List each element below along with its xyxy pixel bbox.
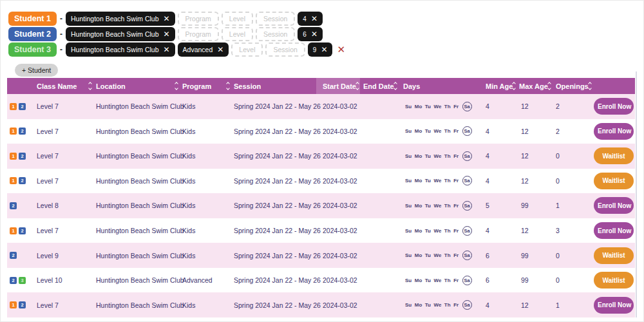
chip-close-icon[interactable]: ✕ [321, 46, 327, 53]
min-age-cell: 6 [481, 252, 515, 260]
day-label: Mo [415, 203, 422, 209]
table-row: 12Level 7Huntington Beach Swim ClubKidsS… [7, 94, 635, 119]
days-cell: SuMoTuWeThFrSa [400, 151, 481, 161]
student-badges-cell: 12 [7, 227, 37, 234]
column-header-location[interactable]: Location [96, 78, 182, 94]
start-date-cell: 2024-03-02 [316, 102, 360, 110]
days-cell: SuMoTuWeThFrSa [400, 102, 481, 111]
column-header-program[interactable]: Program [182, 78, 234, 94]
max-age-cell: 12 [515, 152, 551, 160]
enroll-now-button[interactable]: Enroll Now [594, 123, 634, 140]
start-date-cell: 2024-03-02 [316, 128, 360, 135]
sort-icon[interactable] [356, 82, 359, 90]
enroll-now-button[interactable]: Enroll Now [594, 297, 634, 314]
class-name-cell: Level 7 [37, 128, 96, 135]
session-count-chip[interactable]: 4✕ [298, 12, 323, 26]
filter-placeholder-chip[interactable]: Session [256, 27, 295, 41]
chip-label: Huntington Beach Swim Club [71, 30, 159, 38]
chip-close-icon[interactable]: ✕ [164, 15, 170, 23]
openings-cell: 1 [551, 202, 589, 209]
enroll-now-button[interactable]: Enroll Now [594, 222, 634, 239]
chip-close-icon[interactable]: ✕ [164, 46, 170, 53]
remove-student-icon[interactable]: ✕ [337, 44, 345, 55]
column-header-days: Days [400, 78, 481, 94]
vertical-scrollbar[interactable] [636, 71, 637, 317]
max-age-cell: 99 [515, 252, 551, 260]
student-label[interactable]: Student 1 [8, 12, 57, 26]
waitlist-button[interactable]: Waitlist [594, 247, 634, 264]
waitlist-button[interactable]: Waitlist [594, 173, 634, 189]
openings-cell: 2 [551, 128, 589, 135]
column-label: End Date [363, 82, 394, 90]
enroll-now-button[interactable]: Enroll Now [594, 98, 634, 115]
circled-day-badge: Sa [462, 102, 472, 111]
filter-placeholder-chip[interactable]: Program [178, 12, 219, 26]
openings-cell: 0 [551, 177, 589, 185]
filter-chip[interactable]: Huntington Beach Swim Club✕ [66, 27, 175, 41]
day-label: Fr [453, 203, 459, 209]
column-header-class_name[interactable]: Class Name [37, 78, 96, 94]
sort-icon[interactable] [89, 82, 91, 90]
location-cell: Huntington Beach Swim Club [96, 202, 182, 209]
column-header-max_age[interactable]: Max Age [515, 78, 551, 94]
min-age-cell: 4 [481, 177, 515, 185]
chip-label: Huntington Beach Swim Club [71, 15, 159, 23]
day-label: We [433, 128, 441, 134]
day-label: Th [444, 252, 451, 258]
enroll-now-button[interactable]: Enroll Now [594, 197, 634, 214]
day-label: Tu [425, 302, 431, 308]
openings-cell: 0 [551, 152, 589, 160]
program-cell: Kids [182, 202, 234, 209]
chip-close-icon[interactable]: ✕ [164, 30, 170, 38]
column-header-min_age[interactable]: Min Age [481, 78, 515, 94]
column-header-start_date[interactable]: Start Date [316, 78, 360, 94]
day-label: We [433, 302, 441, 308]
max-age-cell: 99 [515, 202, 551, 209]
student-badge: 1 [10, 227, 17, 234]
column-header-openings[interactable]: Openings [551, 78, 589, 94]
sort-icon[interactable] [394, 82, 397, 90]
day-label: Su [405, 228, 412, 234]
filter-chip[interactable]: Advanced✕ [178, 43, 229, 57]
sort-icon[interactable] [227, 82, 229, 90]
student-label[interactable]: Student 3 [8, 43, 57, 57]
filter-placeholder-chip[interactable]: Session [265, 43, 305, 57]
sort-icon[interactable] [175, 82, 178, 90]
session-cell: Spring 2024 Jan 22 - May 26 [234, 252, 316, 260]
student-label[interactable]: Student 2 [8, 27, 57, 41]
program-cell: Kids [182, 152, 234, 160]
session-count-chip[interactable]: 6✕ [298, 27, 323, 41]
filter-placeholder-chip[interactable]: Program [178, 27, 219, 41]
filter-chip[interactable]: Huntington Beach Swim Club✕ [66, 43, 175, 57]
openings-cell: 0 [551, 252, 589, 260]
day-label: Th [444, 104, 451, 109]
waitlist-button[interactable]: Waitlist [594, 272, 634, 289]
days-cell: SuMoTuWeThFrSa [400, 126, 481, 136]
waitlist-button[interactable]: Waitlist [594, 147, 634, 164]
sort-icon[interactable] [548, 82, 551, 90]
chip-close-icon[interactable]: ✕ [311, 15, 317, 23]
column-header-end_date[interactable]: End Date [360, 78, 400, 94]
max-age-cell: 99 [515, 276, 551, 284]
student-badges-cell: 23 [7, 277, 37, 284]
filter-placeholder-chip[interactable]: Level [222, 12, 253, 26]
filter-placeholder-chip[interactable]: Level [231, 43, 263, 57]
filter-placeholder-chip[interactable]: Level [222, 27, 253, 41]
class-name-cell: Level 7 [37, 301, 96, 309]
action-cell: Enroll Now [589, 98, 635, 115]
chip-close-icon[interactable]: ✕ [311, 30, 317, 38]
filter-placeholder-chip[interactable]: Session [256, 12, 295, 26]
day-label: Tu [425, 153, 431, 159]
day-label: Fr [453, 302, 459, 308]
session-count-chip[interactable]: 9✕ [308, 43, 333, 57]
day-label: Mo [415, 153, 422, 159]
add-student-button[interactable]: + Student [15, 64, 58, 77]
column-header-action [589, 78, 635, 94]
chip-close-icon[interactable]: ✕ [217, 46, 223, 53]
day-label: Tu [425, 128, 431, 134]
student-badge: 1 [10, 153, 17, 160]
filter-chip[interactable]: Huntington Beach Swim Club✕ [66, 12, 175, 26]
student-badge: 1 [10, 301, 17, 308]
program-cell: Kids [182, 177, 234, 185]
day-label: Tu [425, 203, 431, 209]
